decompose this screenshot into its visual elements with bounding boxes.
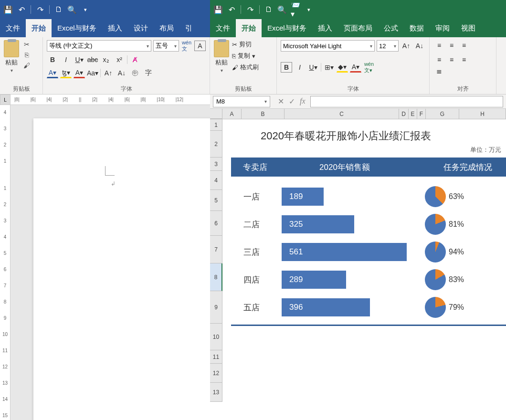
col-header-B[interactable]: B (242, 109, 285, 119)
save-icon[interactable]: 💾 (4, 5, 12, 14)
menu-插入[interactable]: 插入 (102, 19, 128, 37)
font-family-combo[interactable]: Microsoft YaHei Light▾ (281, 40, 375, 52)
menu-公式[interactable]: 公式 (378, 19, 404, 37)
format-painter-icon[interactable]: 🖌 (22, 61, 32, 70)
highlight-icon[interactable]: ꜩ▾ (60, 68, 72, 78)
row-header-12[interactable]: 12 (210, 364, 222, 383)
row-header-9[interactable]: 9 (210, 291, 222, 324)
col-header-C[interactable]: C (285, 109, 399, 119)
shrink-font-icon[interactable]: A↓ (414, 41, 425, 51)
redo-icon[interactable]: ↷ (246, 5, 254, 14)
formula-input[interactable] (310, 96, 503, 107)
shrink-font-icon[interactable]: A↓ (116, 68, 127, 78)
phonetic-icon[interactable]: wén文▾ (363, 62, 375, 73)
row-header-11[interactable]: 11 (210, 350, 222, 364)
ruler-corner[interactable]: L (0, 94, 11, 105)
menu-布局[interactable]: 布局 (154, 19, 179, 37)
row-header-2[interactable]: 2 (210, 131, 222, 158)
row-header-3[interactable]: 3 (210, 158, 222, 171)
name-box[interactable]: M8▾ (213, 96, 270, 107)
italic-icon[interactable]: I (294, 62, 306, 73)
col-header-A[interactable]: A (222, 109, 242, 119)
align-left-icon[interactable]: ≡ (433, 54, 445, 65)
row-header-4[interactable]: 4 (210, 171, 222, 190)
align-bottom-icon[interactable]: ≡ (458, 40, 470, 51)
row-header-6[interactable]: 6 (210, 211, 222, 236)
row-header-13[interactable]: 13 (210, 383, 222, 402)
menu-插入[interactable]: 插入 (312, 19, 338, 37)
menu-设计[interactable]: 设计 (128, 19, 154, 37)
underline-icon[interactable]: U▾ (307, 62, 319, 73)
cut-icon[interactable]: ✂ (22, 40, 32, 49)
align-middle-icon[interactable]: ≡ (446, 40, 457, 51)
row-header-1[interactable]: 1 (210, 119, 222, 131)
borders-icon[interactable]: ⊞▾ (323, 62, 335, 73)
enclose-char-icon[interactable]: ㊥ (129, 68, 141, 78)
cut-button[interactable]: ✂剪切 (232, 40, 259, 49)
col-header-H[interactable]: H (459, 109, 506, 119)
menu-Excel与财务[interactable]: Excel与财务 (52, 19, 102, 37)
row-header-5[interactable]: 5 (210, 190, 222, 211)
new-file-icon[interactable]: 🗋 (54, 5, 63, 14)
menu-页面布局[interactable]: 页面布局 (338, 19, 378, 37)
font-color-icon[interactable]: A▾ (350, 62, 361, 73)
select-all-button[interactable] (210, 109, 222, 119)
grow-font-icon[interactable]: A↑ (103, 68, 114, 78)
font-size-combo[interactable]: 五号▾ (153, 40, 179, 52)
fill-color-icon[interactable]: ◆▾ (337, 62, 348, 73)
col-header-G[interactable]: G (426, 109, 459, 119)
ruler-vertical[interactable]: 432112345678910111213141516171819 (0, 105, 11, 420)
clear-format-icon[interactable]: A̸ (129, 54, 141, 65)
superscript-icon[interactable]: x² (114, 54, 125, 65)
bold-icon[interactable]: B (47, 54, 58, 65)
col-header-D[interactable]: D (399, 109, 409, 119)
cancel-formula-icon[interactable]: ✕ (278, 97, 284, 106)
qat-more-icon[interactable]: ▾ (81, 5, 90, 14)
underline-icon[interactable]: U▾ (74, 54, 85, 65)
font-family-combo[interactable]: 等线 (中文正文)▾ (47, 40, 151, 52)
qat-more-icon[interactable]: ▾ (305, 5, 313, 14)
menu-引[interactable]: 引 (179, 19, 198, 37)
menu-文件[interactable]: 文件 (0, 19, 26, 37)
align-right-icon[interactable]: ≡ (458, 54, 470, 65)
italic-icon[interactable]: I (60, 54, 72, 65)
undo-icon[interactable]: ↶ (227, 5, 236, 14)
row-header-10[interactable]: 10 (210, 324, 222, 350)
paste-button[interactable]: 粘贴 ▾ (214, 40, 229, 73)
menu-开始[interactable]: 开始 (26, 19, 52, 37)
undo-icon[interactable]: ↶ (17, 5, 26, 14)
format-painter-button[interactable]: 🖌格式刷 (232, 63, 259, 72)
sheet-body[interactable]: 2020年春暖花开服饰小店业绩汇报表 单位：万元 专卖店 2020年销售额 任务… (222, 119, 506, 420)
char-shading-icon[interactable]: 字 (143, 68, 154, 78)
text-effects-icon[interactable]: A▾ (47, 68, 58, 78)
paste-button[interactable]: 粘贴 ▾ (4, 40, 19, 73)
col-header-F[interactable]: F (417, 109, 426, 119)
page[interactable]: ↲ (33, 118, 210, 420)
menu-文件[interactable]: 文件 (210, 19, 236, 37)
menu-Excel与财务[interactable]: Excel与财务 (262, 19, 312, 37)
menu-数据[interactable]: 数据 (404, 19, 430, 37)
subscript-icon[interactable]: x₂ (100, 54, 112, 65)
email-icon[interactable]: 📨▾ (291, 5, 300, 14)
fx-icon[interactable]: fx (300, 97, 306, 106)
menu-开始[interactable]: 开始 (236, 19, 262, 37)
align-center-icon[interactable]: ≡ (446, 54, 457, 65)
font-size-combo[interactable]: 12▾ (377, 40, 399, 52)
row-header-8[interactable]: 8 (210, 263, 222, 291)
character-border-icon[interactable]: A (194, 41, 206, 51)
word-document-area[interactable]: L |8||6||4||2||||2||4||6||8||10||12| 432… (0, 94, 210, 420)
copy-icon[interactable]: ⎘ (22, 51, 32, 59)
menu-视图[interactable]: 视图 (455, 19, 481, 37)
grow-font-icon[interactable]: A↑ (401, 41, 412, 51)
font-color-icon[interactable]: A▾ (74, 68, 85, 78)
bold-icon[interactable]: B (281, 62, 292, 73)
confirm-formula-icon[interactable]: ✓ (289, 97, 295, 106)
preview-icon[interactable]: 🔍 (68, 5, 76, 14)
col-header-E[interactable]: E (409, 109, 417, 119)
change-case-icon[interactable]: Aa▾ (87, 68, 98, 78)
align-justify-icon[interactable]: ≣ (433, 66, 445, 76)
new-file-icon[interactable]: 🗋 (264, 5, 273, 14)
menu-审阅[interactable]: 审阅 (430, 19, 455, 37)
save-icon[interactable]: 💾 (214, 5, 222, 14)
ruler-horizontal[interactable]: |8||6||4||2||||2||4||6||8||10||12| (0, 94, 210, 105)
